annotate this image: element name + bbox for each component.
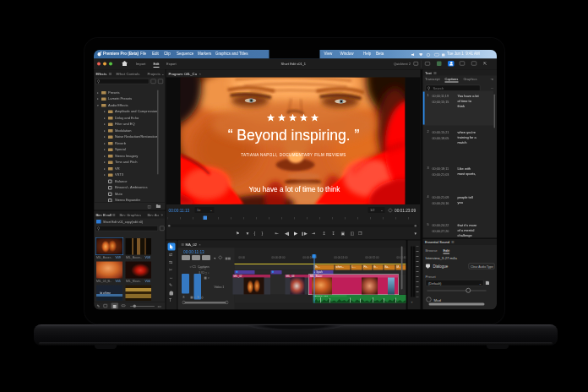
svg-text:TATIANA NAPOLI, DOCUMENTARY FI: TATIANA NAPOLI, DOCUMENTARY FILM REVIEWS [241, 153, 346, 157]
svg-text:You have a lot of time to thin: You have a lot of time to think [248, 186, 340, 193]
svg-text:“ Beyond inspiring. ”: “ Beyond inspiring. ” [227, 127, 359, 144]
